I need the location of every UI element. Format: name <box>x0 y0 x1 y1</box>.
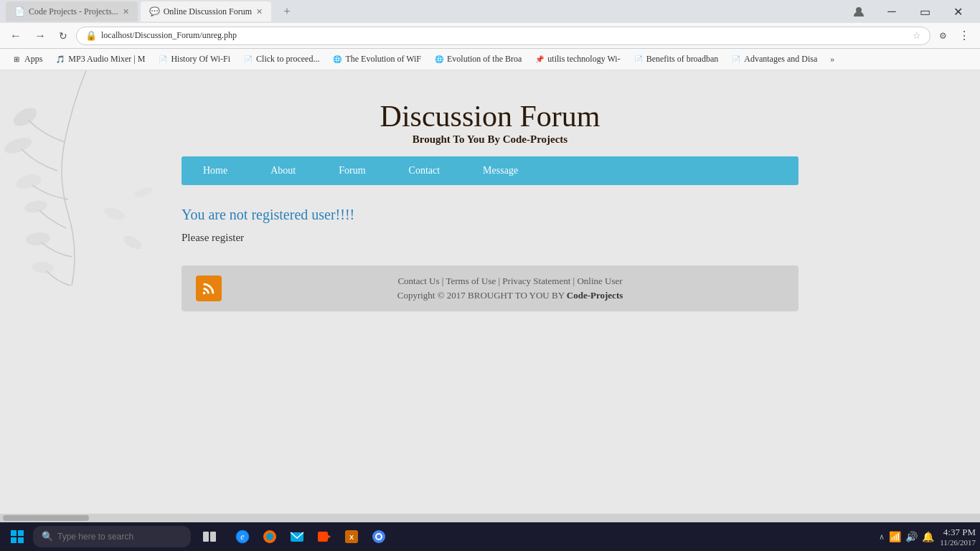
horizontal-scrollbar[interactable] <box>0 514 980 522</box>
brand-name: Code-Projects <box>567 290 623 301</box>
nav-contact[interactable]: Contact <box>387 156 462 185</box>
minimize-button[interactable]: ─ <box>875 0 908 23</box>
content-area: You are not registered user!!!! Please r… <box>182 199 798 265</box>
nav-about[interactable]: About <box>249 156 317 185</box>
taskbar-video[interactable] <box>311 524 337 550</box>
bookmark-mp3[interactable]: 🎵 MP3 Audio Mixer | M <box>50 52 151 66</box>
site-title: Discussion Forum <box>182 99 798 133</box>
start-button[interactable] <box>4 527 30 547</box>
mp3-favicon: 🎵 <box>55 55 65 65</box>
svg-text:e: e <box>240 532 245 542</box>
tab-favicon-1: 📄 <box>14 6 24 17</box>
more-button[interactable]: ⋮ <box>954 26 974 45</box>
current-time: 4:37 PM <box>940 527 976 538</box>
taskbar-firefox[interactable] <box>257 524 283 550</box>
tray-notification-icon[interactable]: 🔔 <box>922 531 934 543</box>
reload-button[interactable]: ↻ <box>55 27 72 44</box>
extensions-button[interactable]: ⚙ <box>935 28 951 44</box>
tab-favicon-2: 💬 <box>149 6 159 17</box>
bookmark-click-proceed[interactable]: 📄 Click to proceed... <box>237 52 325 66</box>
bookmark-apps[interactable]: ⊞ Apps <box>6 52 48 66</box>
taskbar-clock[interactable]: 4:37 PM 11/26/2017 <box>940 527 976 547</box>
account-button[interactable] <box>842 0 875 23</box>
tray-up-arrow[interactable]: ∧ <box>879 532 885 542</box>
svg-rect-13 <box>11 537 17 543</box>
bookmark-broadband-evolution[interactable]: 🌐 Evolution of the Broa <box>428 52 527 66</box>
taskbar-chrome[interactable] <box>366 524 392 550</box>
utilis-label: utilis technology Wi- <box>547 54 620 65</box>
scrollbar-thumb[interactable] <box>3 515 89 521</box>
svg-rect-11 <box>11 530 17 536</box>
tabs-container: 📄 Code Projects - Projects... ✕ 💬 Online… <box>6 1 297 22</box>
footer-links: Contact Us | Terms of Use | Privacy Stat… <box>236 276 784 301</box>
search-icon: 🔍 <box>42 531 53 542</box>
forward-button[interactable]: → <box>30 27 50 45</box>
utilis-favicon: 📌 <box>534 55 545 65</box>
nav-home[interactable]: Home <box>182 156 249 185</box>
taskbar-search-input[interactable] <box>57 532 172 542</box>
advantages-label: Advantages and Disa <box>744 54 817 65</box>
tab-code-projects[interactable]: 📄 Code Projects - Projects... ✕ <box>6 1 138 22</box>
svg-point-9 <box>133 185 154 199</box>
tab-close-1[interactable]: ✕ <box>123 7 129 17</box>
advantages-favicon: 📄 <box>731 55 741 65</box>
nav-forum[interactable]: Forum <box>317 156 387 185</box>
privacy-statement-link[interactable]: Privacy Statement <box>502 276 570 286</box>
bookmark-wifi-evolution[interactable]: 🌐 The Evolution of WiF <box>326 52 427 66</box>
not-registered-message: You are not registered user!!!! <box>182 207 798 223</box>
page-content: Discussion Forum Brought To You By Code-… <box>0 70 980 551</box>
svg-point-4 <box>24 199 48 214</box>
footer-copyright: Copyright © 2017 BROUGHT TO YOU BY Code-… <box>236 290 784 301</box>
task-view-button[interactable] <box>197 524 222 550</box>
rss-icon <box>196 276 222 301</box>
taskbar-ie[interactable]: e <box>230 524 255 550</box>
address-text: localhost/Discussion_Forum/unreg.php <box>101 30 908 41</box>
terms-of-use-link[interactable]: Terms of Use <box>446 276 496 286</box>
tray-network-icon[interactable]: 📶 <box>889 531 901 543</box>
close-button[interactable]: ✕ <box>941 0 974 23</box>
tab-title-1: Code Projects - Projects... <box>29 6 118 17</box>
svg-rect-15 <box>203 532 209 542</box>
svg-point-1 <box>10 104 39 129</box>
svg-marker-23 <box>326 534 331 540</box>
svg-rect-22 <box>318 532 328 542</box>
click-proceed-label: Click to proceed... <box>256 54 319 65</box>
svg-point-7 <box>103 205 127 222</box>
apps-label: Apps <box>24 54 42 65</box>
star-icon[interactable]: ☆ <box>913 30 921 42</box>
tab-discussion-forum[interactable]: 💬 Online Discussion Forum ✕ <box>141 1 271 22</box>
benefits-favicon: 📄 <box>633 55 644 65</box>
svg-point-8 <box>121 233 143 252</box>
benefits-label: Benefits of broadban <box>646 54 719 65</box>
back-button[interactable]: ← <box>6 27 26 45</box>
copyright-text: Copyright © 2017 BROUGHT TO YOU BY <box>397 290 565 301</box>
bookmark-advantages[interactable]: 📄 Advantages and Disa <box>725 52 823 66</box>
click-proceed-favicon: 📄 <box>243 55 253 65</box>
svg-point-2 <box>2 135 34 157</box>
bookmark-wifi-history[interactable]: 📄 History Of Wi-Fi <box>152 52 236 66</box>
svg-point-3 <box>14 172 42 192</box>
taskbar-right: ∧ 📶 🔊 🔔 4:37 PM 11/26/2017 <box>879 527 976 547</box>
taskbar-mail[interactable] <box>284 524 310 550</box>
bookmark-benefits[interactable]: 📄 Benefits of broadban <box>628 52 725 66</box>
address-bar[interactable]: 🔒 localhost/Discussion_Forum/unreg.php ☆ <box>76 27 930 45</box>
online-user-link[interactable]: Online User <box>577 276 622 286</box>
wifi-evolution-label: The Evolution of WiF <box>345 54 421 65</box>
maximize-button[interactable]: ▭ <box>908 0 941 23</box>
bookmark-utilis[interactable]: 📌 utilis technology Wi- <box>529 52 626 66</box>
new-tab-button[interactable]: + <box>277 1 297 22</box>
nav-message[interactable]: Message <box>461 156 540 185</box>
tab-close-2[interactable]: ✕ <box>256 7 263 17</box>
svg-point-10 <box>203 292 206 295</box>
tray-volume-icon[interactable]: 🔊 <box>905 531 918 543</box>
broadband-evolution-label: Evolution of the Broa <box>447 54 522 65</box>
svg-rect-16 <box>210 532 216 542</box>
mp3-label: MP3 Audio Mixer | M <box>68 54 145 65</box>
contact-us-link[interactable]: Contact Us <box>397 276 439 286</box>
taskbar-xampp[interactable]: X <box>339 524 364 550</box>
taskbar-search[interactable]: 🔍 <box>33 526 191 547</box>
bookmarks-more-button[interactable]: » <box>826 52 839 66</box>
svg-point-5 <box>25 232 50 247</box>
wifi-history-label: History Of Wi-Fi <box>171 54 230 65</box>
background-decoration <box>0 70 172 321</box>
